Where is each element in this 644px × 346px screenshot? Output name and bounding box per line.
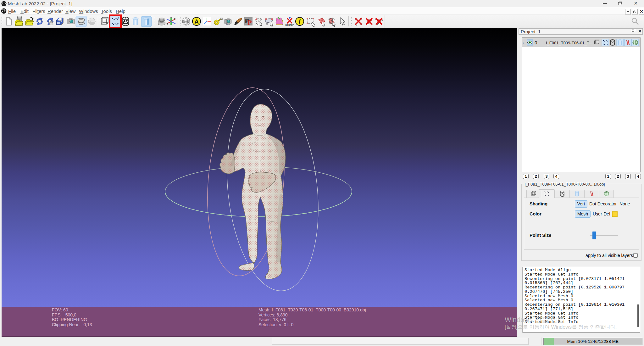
svg-text:Raster: Raster (226, 24, 230, 25)
svg-text:i: i (299, 18, 301, 25)
svg-text:GEOREF: GEOREF (285, 24, 294, 26)
svg-text:P: P (247, 19, 252, 26)
svg-text:A: A (194, 18, 199, 25)
